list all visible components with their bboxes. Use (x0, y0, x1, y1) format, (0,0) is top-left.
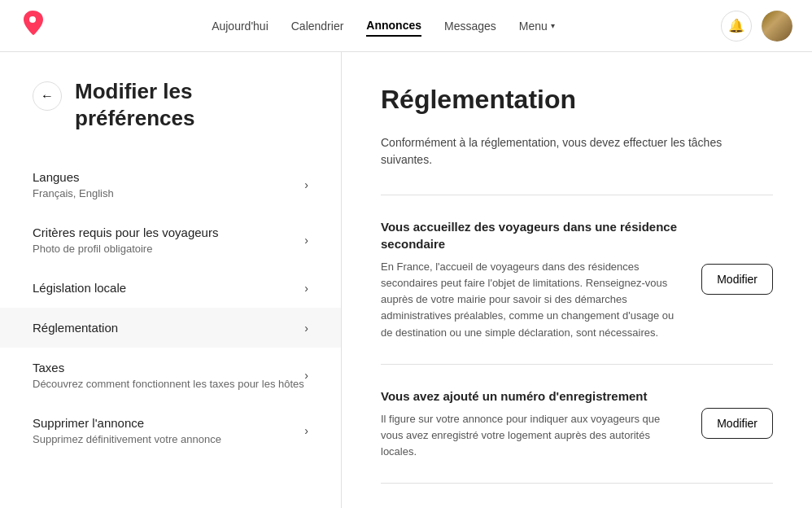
nav-messages[interactable]: Messages (444, 16, 496, 36)
modifier-button-2[interactable]: Modifier (701, 408, 773, 439)
chevron-right-icon: › (304, 322, 308, 335)
modifier-button-1[interactable]: Modifier (701, 264, 773, 295)
criteres-label: Critères requis pour les voyageurs (33, 226, 218, 239)
chevron-right-icon: › (304, 282, 308, 295)
header: Aujourd'hui Calendrier Annonces Messages… (0, 0, 812, 52)
nav-aujourd-hui[interactable]: Aujourd'hui (212, 16, 268, 36)
content-title: Réglementation (381, 85, 773, 115)
regulation-section-2: Vous avez ajouté un numéro d'enregistrem… (381, 364, 773, 483)
sidebar: ← Modifier les préférences Langues Franç… (0, 52, 342, 508)
taxes-label: Taxes (33, 361, 304, 374)
chevron-down-icon: ▾ (551, 21, 555, 30)
reg-desc-2: Il figure sur votre annonce pour indique… (381, 411, 682, 460)
reglementation-label: Réglementation (33, 321, 118, 335)
nav-menu[interactable]: Menu ▾ (519, 20, 555, 33)
content-intro: Conformément à la réglementation, vous d… (381, 134, 773, 169)
nav-annonces[interactable]: Annonces (366, 15, 421, 37)
sidebar-item-legislation[interactable]: Législation locale › (0, 268, 341, 308)
back-button[interactable]: ← (33, 81, 62, 111)
sidebar-menu: Langues Français, English › Critères req… (0, 151, 341, 465)
main-layout: ← Modifier les préférences Langues Franç… (0, 52, 812, 508)
airbnb-logo[interactable] (20, 10, 46, 42)
chevron-right-icon: › (304, 178, 308, 191)
header-nav: Aujourd'hui Calendrier Annonces Messages… (212, 15, 555, 37)
sidebar-item-langues[interactable]: Langues Français, English › (0, 157, 341, 212)
reg-desc-1: En France, l'accueil de voyageurs dans d… (381, 259, 682, 341)
langues-sub: Français, English (33, 187, 114, 199)
sidebar-item-criteres[interactable]: Critères requis pour les voyageurs Photo… (0, 212, 341, 268)
nav-calendrier[interactable]: Calendrier (291, 16, 344, 36)
langues-label: Langues (33, 170, 114, 184)
avatar[interactable] (762, 11, 792, 42)
sidebar-item-taxes[interactable]: Taxes Découvrez comment fonctionnent les… (0, 348, 341, 403)
reg-title-2: Vous avez ajouté un numéro d'enregistrem… (381, 388, 682, 405)
avatar-image (762, 11, 792, 42)
header-right: 🔔 (721, 11, 792, 42)
regulation-section-3: Vous avez ajouté le numéro d'enregistrem… (381, 483, 773, 508)
nav-menu-label: Menu (519, 20, 548, 33)
legislation-label: Législation locale (33, 281, 126, 295)
sidebar-header: ← Modifier les préférences (0, 52, 341, 151)
notification-button[interactable]: 🔔 (721, 11, 752, 42)
regulation-section-1: Vous accueillez des voyageurs dans une r… (381, 195, 773, 364)
sidebar-item-supprimer[interactable]: Supprimer l'annonce Supprimez définitive… (0, 403, 341, 458)
content-area: Réglementation Conformément à la régleme… (342, 52, 812, 508)
bell-icon: 🔔 (728, 18, 744, 33)
back-icon: ← (41, 89, 54, 103)
sidebar-title: Modifier les préférences (75, 78, 308, 131)
reg-title-1: Vous accueillez des voyageurs dans une r… (381, 218, 682, 252)
taxes-sub: Découvrez comment fonctionnent les taxes… (33, 378, 304, 390)
chevron-right-icon: › (304, 369, 308, 382)
sidebar-item-reglementation[interactable]: Réglementation › (0, 308, 341, 348)
chevron-right-icon: › (304, 234, 308, 247)
criteres-sub: Photo de profil obligatoire (33, 243, 218, 255)
supprimer-sub: Supprimez définitivement votre annonce (33, 433, 221, 445)
supprimer-label: Supprimer l'annonce (33, 416, 221, 430)
chevron-right-icon: › (304, 424, 308, 437)
